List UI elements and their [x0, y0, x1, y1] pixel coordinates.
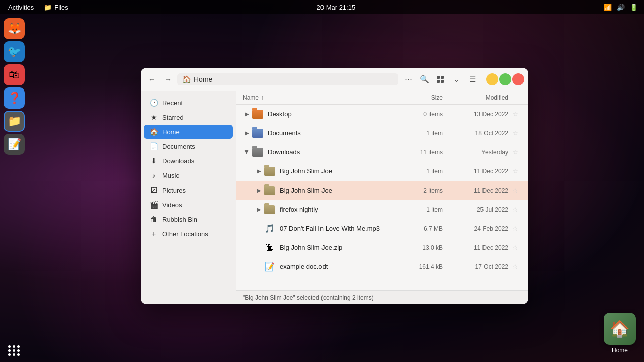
file-size: 1 item: [397, 130, 443, 137]
sidebar-item-rubbish[interactable]: 🗑 Rubbish Bin: [144, 212, 233, 226]
star-button[interactable]: ☆: [508, 129, 522, 137]
sidebar-item-other[interactable]: + Other Locations: [144, 227, 233, 241]
table-row[interactable]: ▶ Big John Slim Joe 1 item 11 Dec 2022 ☆: [236, 162, 528, 181]
topbar-datetime: 20 Mar 21:15: [68, 4, 604, 11]
name-column-header[interactable]: Name ↑: [243, 94, 397, 101]
file-modified: 13 Dec 2022: [443, 111, 508, 118]
dock-item-thunderbird[interactable]: 🐦: [4, 41, 25, 62]
table-row[interactable]: 📝 example doc.odt 161.4 kB 17 Oct 2022 ☆: [236, 257, 528, 277]
sidebar-item-home[interactable]: 🏠 Home: [144, 125, 233, 139]
star-button[interactable]: ☆: [508, 225, 522, 232]
star-button[interactable]: ☆: [508, 167, 522, 175]
main-content: Name ↑ Size Modified ▶ Desk: [236, 91, 528, 304]
audio-icon: 🔊: [617, 4, 625, 11]
home-widget[interactable]: 🏠 Home: [604, 313, 636, 354]
files-icon: 📁: [44, 4, 52, 11]
star-button[interactable]: ☆: [508, 110, 522, 118]
dock-item-help[interactable]: ❓: [4, 87, 25, 109]
table-row[interactable]: 🎵 07 Don't Fall In Love With Me.mp3 6.7 …: [236, 219, 528, 238]
expand-arrow-downloads[interactable]: ▶: [243, 148, 252, 157]
star-button[interactable]: ☆: [508, 148, 522, 156]
grid-view-button[interactable]: [433, 72, 448, 87]
maximize-button[interactable]: □: [499, 73, 511, 85]
folder-icon: [264, 204, 276, 216]
sidebar-item-downloads[interactable]: ⬇ Downloads: [144, 154, 233, 168]
star-button[interactable]: ☆: [508, 244, 522, 251]
folder-icon: [264, 165, 276, 177]
dock-item-appstore[interactable]: 🛍: [4, 64, 25, 85]
expand-arrow-bjsj2[interactable]: ▶: [255, 186, 264, 195]
file-size: 1 item: [397, 168, 443, 175]
expand-arrow-documents[interactable]: ▶: [243, 129, 252, 138]
activities-button[interactable]: Activities: [6, 4, 36, 11]
documents-icon: 📄: [150, 142, 158, 150]
sidebar-label-documents: Documents: [162, 143, 195, 150]
sidebar-item-documents[interactable]: 📄 Documents: [144, 139, 233, 153]
sort-indicator: ↑: [261, 94, 264, 101]
recent-icon: 🕐: [150, 99, 158, 107]
sidebar-item-recent[interactable]: 🕐 Recent: [144, 96, 233, 110]
sidebar-label-home: Home: [162, 128, 180, 136]
dock: 🦊 🐦 🛍 ❓ 📁 📝: [0, 14, 28, 362]
sidebar-label-other: Other Locations: [162, 230, 208, 238]
file-size: 13.0 kB: [397, 244, 443, 251]
dock-item-files[interactable]: 📁: [4, 111, 25, 132]
svg-rect-1: [441, 76, 444, 79]
file-name: Big John Slim Joe: [280, 187, 397, 194]
pictures-icon: 🖼: [150, 186, 158, 194]
status-text: "Big John Slim Joe" selected (containing…: [243, 294, 374, 301]
app-drawer-button[interactable]: [8, 345, 20, 356]
file-name: Desktop: [268, 110, 397, 118]
close-button[interactable]: ✕: [512, 73, 524, 85]
file-name: Big John Slim Joe: [280, 167, 397, 175]
back-button[interactable]: ←: [145, 72, 159, 86]
table-row[interactable]: ▶ Downloads 11 items Yesterday ☆: [236, 143, 528, 162]
size-column-header[interactable]: Size: [397, 94, 443, 101]
table-row[interactable]: 🗜 Big John Slim Joe.zip 13.0 kB 11 Dec 2…: [236, 238, 528, 257]
file-size: 2 items: [397, 187, 443, 194]
expand-arrow-desktop[interactable]: ▶: [243, 110, 252, 119]
window-body: 🕐 Recent ★ Starred 🏠 Home 📄 Documents ⬇ …: [141, 91, 528, 304]
dock-item-firefox[interactable]: 🦊: [4, 18, 25, 39]
svg-rect-2: [437, 80, 440, 83]
table-row[interactable]: ▶ Big John Slim Joe 2 items 11 Dec 2022 …: [236, 181, 528, 200]
sidebar-item-videos[interactable]: 🎬 Videos: [144, 198, 233, 212]
file-name: Downloads: [268, 148, 397, 156]
table-row[interactable]: ▶ Documents 1 item 18 Oct 2022 ☆: [236, 124, 528, 143]
home-location-icon: 🏠: [182, 75, 191, 83]
dock-item-notes[interactable]: 📝: [4, 134, 25, 155]
file-modified: 11 Dec 2022: [443, 244, 508, 251]
zip-file-icon: 🗜: [264, 242, 276, 254]
music-icon: ♪: [150, 171, 158, 179]
window-header: ← → 🏠 Home ⋯ 🔍 ⌄ ☰ − □ ✕: [141, 68, 528, 91]
odt-file-icon: 📝: [264, 261, 276, 273]
star-button[interactable]: ☆: [508, 206, 522, 213]
location-bar[interactable]: 🏠 Home: [177, 73, 398, 85]
star-button[interactable]: ☆: [508, 263, 522, 270]
search-button[interactable]: 🔍: [417, 72, 432, 87]
topbar-left: Activities 📁 Files: [6, 4, 68, 11]
forward-button[interactable]: →: [161, 72, 175, 86]
sidebar-item-music[interactable]: ♪ Music: [144, 168, 233, 183]
file-modified: 17 Oct 2022: [443, 263, 508, 270]
status-bar: "Big John Slim Joe" selected (containing…: [236, 290, 528, 304]
list-view-button[interactable]: ☰: [465, 72, 480, 87]
sidebar: 🕐 Recent ★ Starred 🏠 Home 📄 Documents ⬇ …: [141, 91, 236, 304]
sidebar-label-recent: Recent: [162, 99, 183, 107]
menu-button[interactable]: ⋯: [400, 72, 416, 87]
table-row[interactable]: ▶ Desktop 0 items 13 Dec 2022 ☆: [236, 105, 528, 124]
star-button[interactable]: ☆: [508, 187, 522, 194]
sidebar-item-starred[interactable]: ★ Starred: [144, 110, 233, 124]
location-text: Home: [194, 75, 212, 83]
file-modified: 24 Feb 2022: [443, 225, 508, 232]
header-actions: ⋯ 🔍 ⌄ ☰ − □ ✕: [400, 72, 524, 87]
table-row[interactable]: ▶ firefox nightly 1 item 25 Jul 2022 ☆: [236, 200, 528, 219]
expand-arrow-bjsj1[interactable]: ▶: [255, 167, 264, 176]
sidebar-item-pictures[interactable]: 🖼 Pictures: [144, 183, 233, 197]
file-modified: Yesterday: [443, 149, 508, 156]
minimize-button[interactable]: −: [486, 73, 498, 85]
expand-arrow-firefox[interactable]: ▶: [255, 205, 264, 214]
modified-column-header[interactable]: Modified: [443, 94, 508, 101]
view-options-button[interactable]: ⌄: [449, 72, 464, 87]
home-icon: 🏠: [150, 128, 158, 136]
